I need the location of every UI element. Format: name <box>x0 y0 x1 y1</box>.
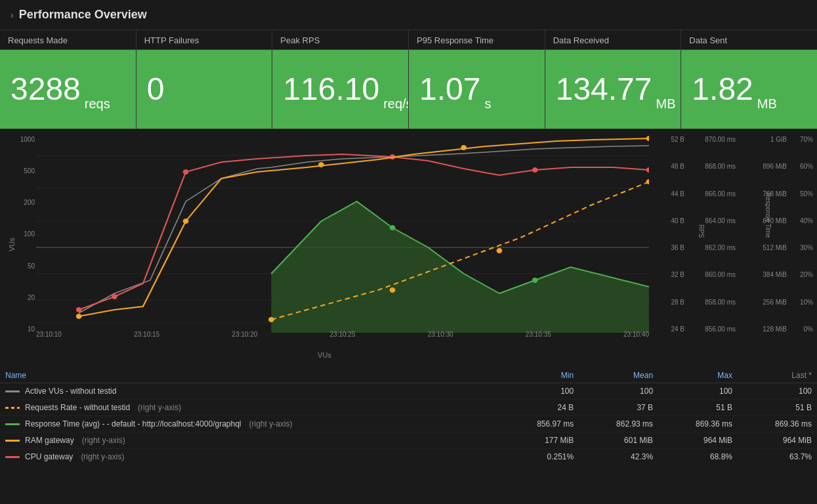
metric-label: HTTP Failures <box>136 30 272 50</box>
axis-tick: 870.00 ms <box>704 136 736 143</box>
chart-container: VUs 1000500200100502010 <box>0 129 649 366</box>
y-axis-ticks: 1000500200100502010 <box>10 136 35 333</box>
axis-tick: 40% <box>795 217 813 224</box>
col-header-mean: Mean <box>579 368 658 383</box>
legend-name-cell: Response Time (avg) - - default - http:/… <box>0 416 499 432</box>
legend-line-indicator <box>5 440 20 442</box>
axis-tick: 70% <box>795 136 813 143</box>
legend-line-indicator <box>5 390 20 392</box>
legend-min: 24 B <box>499 400 579 416</box>
axis-tick: 256 MiB <box>755 299 787 306</box>
page-title: Performance Overview <box>19 8 147 22</box>
metric-value: 3288 <box>10 74 81 105</box>
legend-last: 63.7% <box>738 449 817 465</box>
axis-tick: 0% <box>795 326 813 333</box>
legend-name-cell: Requests Rate - without testid(right y-a… <box>0 400 499 416</box>
x-tick: 23:10:40 <box>623 331 649 338</box>
legend-row-extra: (right y-axis) <box>82 436 125 445</box>
legend-name-wrapper: RAM gateway(right y-axis) <box>5 436 494 445</box>
legend-row: Requests Rate - without testid(right y-a… <box>0 400 817 416</box>
legend-name-cell: RAM gateway(right y-axis) <box>0 432 499 449</box>
y-tick: 50 <box>10 262 35 270</box>
metric-card-requests-made: Requests Made 3288 reqs <box>0 30 136 129</box>
col-header-name: Name <box>0 368 499 383</box>
legend-table: Name Min Mean Max Last * Active VUs - wi… <box>0 368 817 465</box>
metric-label: Peak RPS <box>272 30 408 50</box>
legend-row: Response Time (avg) - - default - http:/… <box>0 416 817 432</box>
metric-label: Requests Made <box>0 30 136 50</box>
right-axes: 52 B48 B44 B40 B36 B32 B28 B24 B RPS 870… <box>649 129 817 366</box>
svg-point-17 <box>183 219 189 224</box>
svg-point-20 <box>646 136 649 141</box>
y-tick: 1000 <box>10 136 35 143</box>
x-axis-ticks: 23:10:1023:10:1523:10:2023:10:2523:10:30… <box>36 331 649 338</box>
legend-mean: 862.93 ms <box>579 416 658 432</box>
legend-line-indicator <box>5 456 20 458</box>
axis-tick: 384 MiB <box>755 271 787 278</box>
axis-tick: 40 B <box>653 217 684 224</box>
y-tick: 10 <box>10 326 35 333</box>
svg-point-22 <box>390 287 396 293</box>
legend-line-indicator <box>5 423 20 425</box>
metric-unit: MB <box>757 96 777 112</box>
metric-value-box: 1.07 s <box>409 50 545 129</box>
col-header-max: Max <box>658 368 738 383</box>
svg-point-26 <box>532 278 538 283</box>
legend-last: 100 <box>738 383 817 400</box>
legend-min: 856.97 ms <box>499 416 579 432</box>
legend-max: 68.8% <box>658 449 738 465</box>
svg-point-21 <box>268 317 274 322</box>
svg-point-23 <box>497 248 503 253</box>
response-label-col: Response Time <box>740 136 751 333</box>
axis-tick: 128 MiB <box>755 326 787 333</box>
x-tick: 23:10:20 <box>232 331 257 338</box>
svg-point-24 <box>646 179 649 184</box>
y-tick: 200 <box>10 199 35 206</box>
svg-point-14 <box>532 167 538 173</box>
x-tick: 23:10:30 <box>428 331 453 338</box>
axis-tick: 48 B <box>653 163 684 170</box>
metric-unit: reqs <box>85 96 110 112</box>
svg-point-18 <box>318 162 324 167</box>
legend-row-name: Active VUs - without testid <box>25 387 116 396</box>
svg-point-10 <box>76 307 82 312</box>
metric-value: 0 <box>147 74 165 105</box>
legend-row-extra: (right y-axis) <box>81 452 124 461</box>
metric-value-box: 3288 reqs <box>0 50 136 129</box>
axis-tick: 896 MiB <box>755 163 787 170</box>
metric-label: Data Sent <box>681 30 817 50</box>
metric-unit: MB <box>656 96 676 112</box>
page-header: › Performance Overview <box>0 0 817 30</box>
chart-section: VUs 1000500200100502010 <box>0 129 817 366</box>
svg-point-16 <box>76 314 82 319</box>
x-tick: 23:10:35 <box>526 331 551 338</box>
svg-point-19 <box>461 145 467 150</box>
axis-tick: 862.00 ms <box>704 244 736 251</box>
y-tick: 100 <box>10 230 35 238</box>
axis-tick: 10% <box>795 299 813 306</box>
metric-value: 1.82 <box>692 74 753 105</box>
axis-tick: 864.00 ms <box>704 217 736 224</box>
axis-tick: 32 B <box>653 271 684 278</box>
legend-name-wrapper: Active VUs - without testid <box>5 387 494 396</box>
legend-row: CPU gateway(right y-axis)0.251%42.3%68.8… <box>0 449 817 465</box>
response-label: Response Time <box>765 192 772 238</box>
legend-name-cell: Active VUs - without testid <box>0 383 499 400</box>
legend-row-name: Requests Rate - without testid <box>25 403 130 412</box>
rps-axis: 52 B48 B44 B40 B36 B32 B28 B24 B <box>649 136 688 333</box>
legend-mean: 42.3% <box>579 449 658 465</box>
legend-row-extra: (right y-axis) <box>249 419 293 429</box>
axis-tick: 44 B <box>653 190 684 198</box>
x-tick: 23:10:25 <box>330 331 356 338</box>
rps-label-col: RPS <box>688 136 700 333</box>
svg-point-25 <box>390 225 396 230</box>
x-axis-label: VUs <box>318 351 331 359</box>
legend-max: 51 B <box>658 400 738 416</box>
axis-tick: 856.00 ms <box>704 326 736 333</box>
axis-tick: 1 GiB <box>755 136 787 143</box>
legend-last: 964 MiB <box>738 432 817 449</box>
metrics-row: Requests Made 3288 reqs HTTP Failures 0 … <box>0 30 817 129</box>
legend-row-name: RAM gateway <box>25 436 74 445</box>
metric-value: 116.10 <box>283 74 379 105</box>
metric-unit: req/s <box>383 96 409 112</box>
